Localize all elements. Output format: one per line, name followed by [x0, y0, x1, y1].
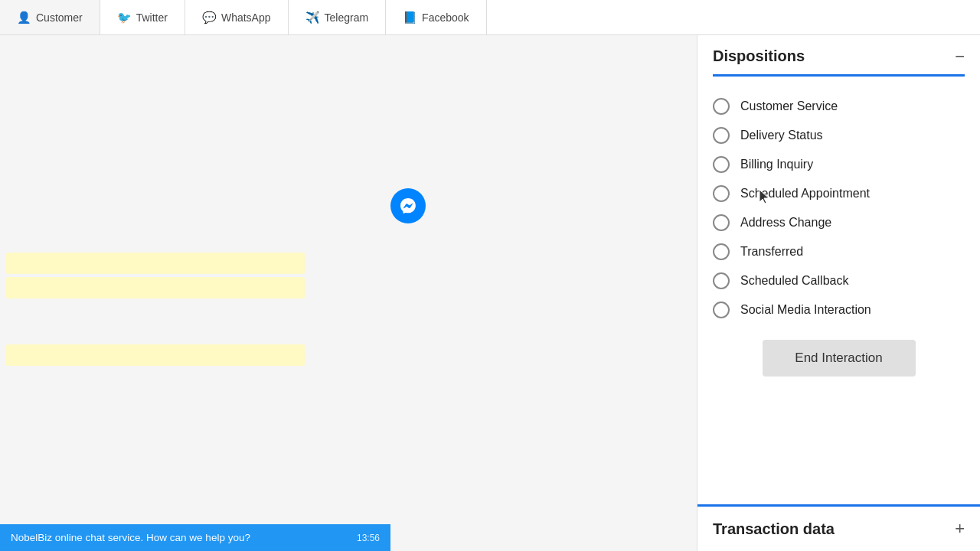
message-block-3 — [6, 344, 305, 366]
disposition-label-scheduled-appointment: Scheduled Appointment — [740, 187, 870, 201]
radio-address-change[interactable] — [713, 214, 730, 231]
nobelbiz-chat-bubble: NobelBiz online chat service. How can we… — [0, 524, 390, 551]
radio-billing-inquiry[interactable] — [713, 156, 730, 173]
transaction-title: Transaction data — [713, 520, 835, 538]
chat-panel: NobelBiz online chat service. How can we… — [0, 35, 697, 551]
tab-bar: 👤 Customer 🐦 Twitter 💬 WhatsApp ✈️ Teleg… — [0, 0, 980, 35]
transaction-section: Transaction data + — [697, 504, 980, 551]
disposition-item-billing-inquiry[interactable]: Billing Inquiry — [713, 150, 965, 179]
radio-social-media[interactable] — [713, 302, 730, 318]
disposition-item-transferred[interactable]: Transferred — [713, 237, 965, 266]
customer-icon: 👤 — [17, 11, 31, 24]
tab-twitter[interactable]: 🐦 Twitter — [100, 0, 185, 34]
disposition-label-billing-inquiry: Billing Inquiry — [740, 158, 813, 171]
tab-telegram[interactable]: ✈️ Telegram — [289, 0, 387, 34]
tab-twitter-label: Twitter — [136, 11, 168, 24]
main-layout: NobelBiz online chat service. How can we… — [0, 35, 980, 551]
dispositions-header: Dispositions − — [713, 47, 965, 77]
disposition-item-scheduled-appointment[interactable]: Scheduled Appointment — [713, 179, 965, 208]
transaction-header: Transaction data + — [713, 519, 965, 539]
messenger-icon — [390, 188, 426, 223]
dispositions-title: Dispositions — [713, 47, 805, 65]
tab-whatsapp[interactable]: 💬 WhatsApp — [185, 0, 289, 34]
radio-scheduled-appointment[interactable] — [713, 185, 730, 202]
message-block-2 — [6, 277, 305, 298]
radio-customer-service[interactable] — [713, 98, 730, 115]
disposition-label-transferred: Transferred — [740, 245, 803, 259]
disposition-label-social-media: Social Media Interaction — [740, 303, 871, 317]
end-interaction-button[interactable]: End Interaction — [763, 340, 916, 377]
telegram-icon: ✈️ — [305, 11, 320, 24]
disposition-item-social-media[interactable]: Social Media Interaction — [713, 295, 965, 324]
radio-scheduled-callback[interactable] — [713, 272, 730, 289]
tab-facebook-label: Facebook — [422, 11, 469, 24]
disposition-item-customer-service[interactable]: Customer Service — [713, 92, 965, 121]
tab-facebook[interactable]: 📘 Facebook — [386, 0, 486, 34]
message-block-1 — [6, 253, 305, 274]
transaction-expand-button[interactable]: + — [955, 519, 965, 539]
tab-customer-label: Customer — [36, 11, 83, 24]
tab-customer[interactable]: 👤 Customer — [0, 0, 100, 34]
disposition-item-address-change[interactable]: Address Change — [713, 208, 965, 237]
right-panel: Dispositions − Customer Service Delivery… — [697, 35, 980, 551]
tab-whatsapp-label: WhatsApp — [221, 11, 271, 24]
radio-delivery-status[interactable] — [713, 127, 730, 144]
tab-telegram-label: Telegram — [325, 11, 369, 24]
disposition-item-delivery-status[interactable]: Delivery Status — [713, 121, 965, 150]
facebook-icon: 📘 — [403, 11, 417, 24]
dispositions-collapse-button[interactable]: − — [955, 48, 965, 65]
disposition-item-scheduled-callback[interactable]: Scheduled Callback — [713, 266, 965, 295]
disposition-label-scheduled-callback: Scheduled Callback — [740, 274, 848, 288]
dispositions-section: Dispositions − Customer Service Delivery… — [697, 35, 980, 504]
chat-timestamp: 13:56 — [357, 533, 380, 543]
disposition-label-address-change: Address Change — [740, 216, 831, 230]
twitter-icon: 🐦 — [117, 11, 132, 24]
nobelbiz-message-text: NobelBiz online chat service. How can we… — [11, 532, 250, 543]
disposition-label-delivery-status: Delivery Status — [740, 129, 823, 142]
chat-messages: NobelBiz online chat service. How can we… — [0, 35, 697, 551]
radio-transferred[interactable] — [713, 243, 730, 260]
disposition-label-customer-service: Customer Service — [740, 99, 838, 113]
whatsapp-icon: 💬 — [202, 11, 217, 24]
